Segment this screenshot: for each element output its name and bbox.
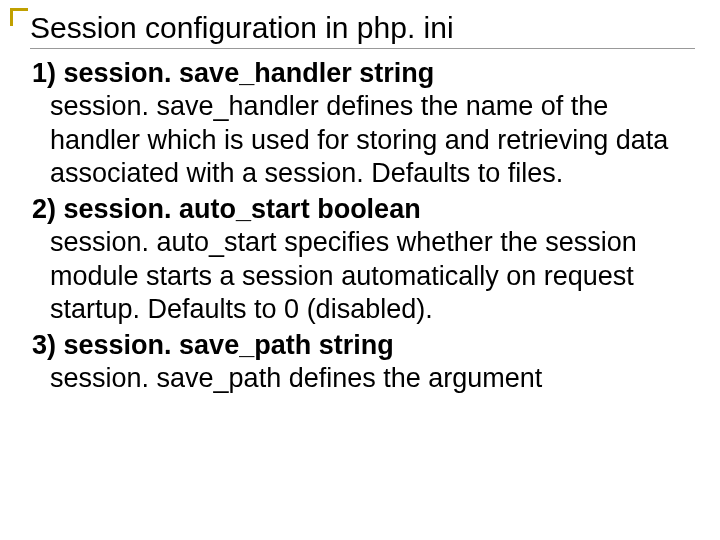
item-heading: 1) session. save_handler bbox=[32, 58, 352, 88]
item-number: 1) bbox=[32, 58, 56, 88]
corner-accent-icon bbox=[10, 8, 28, 26]
item-heading: 2) session. auto_start bbox=[32, 194, 310, 224]
item-name: session. save_handler bbox=[64, 58, 352, 88]
config-item: 1) session. save_handler string session.… bbox=[32, 57, 695, 191]
item-description: session. auto_start specifies whether th… bbox=[50, 226, 695, 326]
item-space bbox=[56, 330, 64, 360]
slide-body: 1) session. save_handler string session.… bbox=[32, 57, 695, 396]
item-space bbox=[56, 194, 64, 224]
item-name: session. save_path bbox=[64, 330, 312, 360]
item-type: string bbox=[319, 330, 394, 360]
config-item: 3) session. save_path string session. sa… bbox=[32, 329, 695, 396]
item-number: 3) bbox=[32, 330, 56, 360]
item-description: session. save_handler defines the name o… bbox=[50, 90, 695, 190]
item-type: boolean bbox=[317, 194, 421, 224]
item-name: session. auto_start bbox=[64, 194, 310, 224]
item-heading: 3) session. save_path bbox=[32, 330, 311, 360]
config-item: 2) session. auto_start boolean session. … bbox=[32, 193, 695, 327]
item-description: session. save_path defines the argument bbox=[50, 362, 695, 395]
slide-title: Session configuration in php. ini bbox=[30, 10, 695, 49]
item-type: string bbox=[359, 58, 434, 88]
item-number: 2) bbox=[32, 194, 56, 224]
slide: Session configuration in php. ini 1) ses… bbox=[0, 0, 720, 540]
item-space bbox=[56, 58, 64, 88]
